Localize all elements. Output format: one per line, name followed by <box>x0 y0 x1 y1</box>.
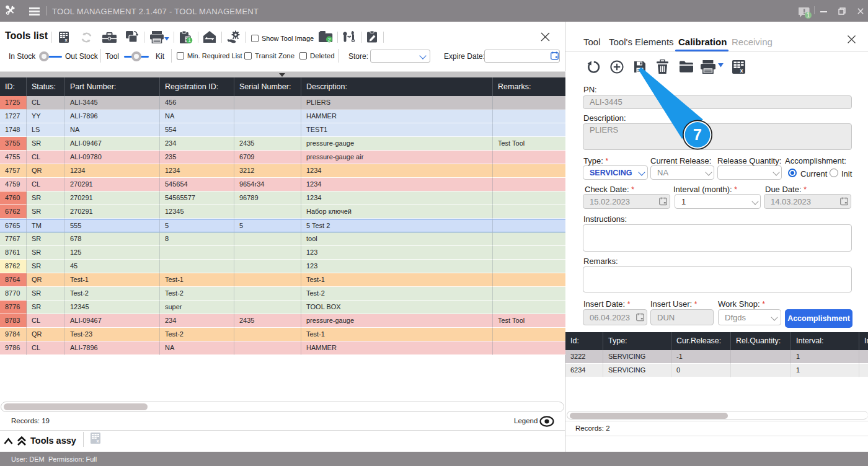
svg-text:1: 1 <box>188 37 191 43</box>
svg-text:x: x <box>740 68 743 74</box>
svg-text:1: 1 <box>807 12 810 19</box>
svg-text:2: 2 <box>328 37 331 43</box>
